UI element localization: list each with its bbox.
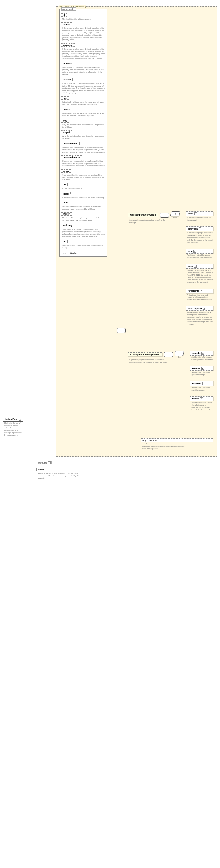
attribute-name[interactable]: howuri xyxy=(61,108,72,111)
expand-icon[interactable] xyxy=(194,265,197,268)
element-label: note xyxy=(188,250,192,252)
expand-icon[interactable] xyxy=(200,397,203,400)
element-broader: broaderAn identifier of a more generic c… xyxy=(190,366,213,376)
attribute-id: idThe local identifier of the property. xyxy=(61,13,105,21)
collapse-icon[interactable] xyxy=(48,461,51,464)
attribute-doc: If set to true the corresponding propert… xyxy=(62,83,105,94)
element-box[interactable]: broader xyxy=(190,366,213,371)
group-def[interactable]: ConceptDefinitionGroup xyxy=(128,213,158,217)
element-box[interactable]: hierarchyInfo xyxy=(186,306,213,311)
attribute-name[interactable]: type xyxy=(61,201,69,204)
element-doc: In NAR 1.8 and later, facet is deprecate… xyxy=(187,269,213,283)
element-hierarchyinfo: hierarchyInfoRepresents the position of … xyxy=(186,306,213,326)
attribute-pubconstrainturi: pubconstrainturiOne or many constraints … xyxy=(61,155,105,167)
sequence-compositor[interactable] xyxy=(160,213,169,218)
attribute-name[interactable]: modified xyxy=(61,62,74,65)
choice-compositor[interactable] xyxy=(175,351,184,356)
expand-icon[interactable] xyxy=(200,289,203,292)
attribute-name[interactable]: literal xyxy=(61,192,71,195)
attribute-name[interactable]: custom xyxy=(61,78,72,81)
any-element[interactable]: any ##other xyxy=(141,438,213,442)
sequence-compositor[interactable] xyxy=(164,352,173,357)
attributes-panel: attributes idThe local identifier of the… xyxy=(59,9,107,257)
attribute-howuri: howuriIndicates by which means the value… xyxy=(61,108,105,117)
attribute-idrefs[interactable]: idrefs xyxy=(36,468,46,471)
root-element-doc: Refers to the ids of elements whose valu… xyxy=(4,422,23,436)
attribute-xml-lang: xml:langSpecifies the language of this p… xyxy=(61,223,105,238)
any-label: any xyxy=(141,439,148,442)
occurrence: 0..∞ xyxy=(173,217,177,218)
attribute-name[interactable]: how xyxy=(61,96,69,100)
element-doc: An identifier of a more generic concept. xyxy=(191,371,213,376)
attribute-doc: One or many constraints that apply to pu… xyxy=(62,147,105,154)
attribute-name[interactable]: whyuri xyxy=(61,130,72,134)
attribute-name[interactable]: id xyxy=(61,13,67,17)
any-label: any xyxy=(61,251,68,255)
expand-icon[interactable] xyxy=(201,352,204,354)
expand-icon[interactable] xyxy=(193,250,196,253)
attribute-name[interactable]: typeuri xyxy=(61,212,72,216)
group-def-doc: A group of properties required to define… xyxy=(129,219,167,224)
element-label: remoteInfo xyxy=(188,290,199,292)
attributes-title[interactable]: attributes xyxy=(37,461,52,464)
attribute-doc: The directionality of textual content (e… xyxy=(62,244,105,249)
any-attribute[interactable]: any ##other xyxy=(61,251,79,255)
attribute-name[interactable]: creator xyxy=(61,23,72,26)
sequence-compositor[interactable] xyxy=(117,328,126,333)
element-doc: A related concept, where the relationshi… xyxy=(191,402,213,411)
choice-compositor[interactable] xyxy=(170,211,180,216)
collapse-icon[interactable] xyxy=(19,418,22,421)
element-box[interactable]: definition xyxy=(186,226,213,231)
attribute-name[interactable]: uri xyxy=(61,183,67,186)
attribute-doc: Indicates by which means the value was e… xyxy=(62,113,105,117)
attributes-panel-bottom: attributes idrefs Refers to the ids of e… xyxy=(35,463,82,481)
attribute-doc: The type of the concept assigned as cont… xyxy=(62,217,105,222)
attributes-title[interactable]: attributes xyxy=(61,7,76,11)
collapse-icon[interactable] xyxy=(72,7,75,10)
attribute-uri: uriA URI which identifies a xyxy=(61,183,105,190)
expand-icon[interactable] xyxy=(202,307,206,310)
element-box[interactable]: facet xyxy=(186,264,213,269)
attribute-name[interactable]: dir xyxy=(61,240,67,243)
group-rel[interactable]: ConceptRelationshipsGroup xyxy=(128,352,162,356)
attributes-title-label: attributes xyxy=(63,8,72,10)
occurrence: 0..∞ xyxy=(144,443,213,444)
attribute-doc: The date (and, optionally, the time) whe… xyxy=(62,66,105,76)
attribute-doc: A concept identifier expressed as a free… xyxy=(62,197,105,199)
attribute-name[interactable]: creatoruri xyxy=(61,43,75,47)
element-box[interactable]: note xyxy=(186,249,213,253)
attribute-doc: If the property value is not defined, sp… xyxy=(62,48,105,60)
element-doc: A natural language definition of the sem… xyxy=(187,232,213,244)
element-box[interactable]: remoteInfo xyxy=(186,288,213,293)
element-box[interactable]: sameAs xyxy=(190,351,213,355)
element-facet: facetIn NAR 1.8 and later, facet is depr… xyxy=(186,264,213,283)
attribute-doc: Refers to the ids of elements which valu… xyxy=(37,472,81,479)
element-narrower: narrowerAn identifier of a more specific… xyxy=(190,381,213,391)
extension-box: Flex1PropType (extension) attributes idT… xyxy=(56,6,217,457)
element-box[interactable]: name xyxy=(186,211,213,216)
attribute-doc: The type of the concept assigned as cont… xyxy=(62,206,105,210)
attribute-name[interactable]: qcode xyxy=(61,169,71,173)
attribute-doc: Indicates by which means the value was e… xyxy=(62,101,105,106)
attribute-name[interactable]: pubconstrainturi xyxy=(61,155,83,159)
attribute-qcode: qcodeA concept identifier expressed as a… xyxy=(61,169,105,181)
element-label: broader xyxy=(192,367,200,369)
element-name: nameA natural language name for the conc… xyxy=(186,211,213,221)
element-sameas: sameAsAn identifier of a concept with eq… xyxy=(190,351,213,361)
element-box[interactable]: narrower xyxy=(190,381,213,386)
expand-icon[interactable] xyxy=(201,367,204,370)
attribute-name[interactable]: xml:lang xyxy=(61,223,74,227)
attribute-typeuri: typeuriThe type of the concept assigned … xyxy=(61,212,105,222)
attribute-name[interactable]: pubconstraint xyxy=(61,142,80,145)
element-box[interactable]: related xyxy=(190,396,213,401)
root-element[interactable]: derivedFrom xyxy=(3,417,23,422)
element-label: name xyxy=(188,213,193,215)
root-element-label: derivedFrom xyxy=(5,418,18,420)
expand-icon[interactable] xyxy=(202,382,205,385)
attribute-name[interactable]: why xyxy=(61,119,69,123)
expand-icon[interactable] xyxy=(194,212,197,215)
element-label: related xyxy=(192,398,199,400)
occurrence: 0..∞ xyxy=(178,356,181,358)
expand-icon[interactable] xyxy=(198,227,201,230)
any-namespace: ##other xyxy=(68,251,79,255)
